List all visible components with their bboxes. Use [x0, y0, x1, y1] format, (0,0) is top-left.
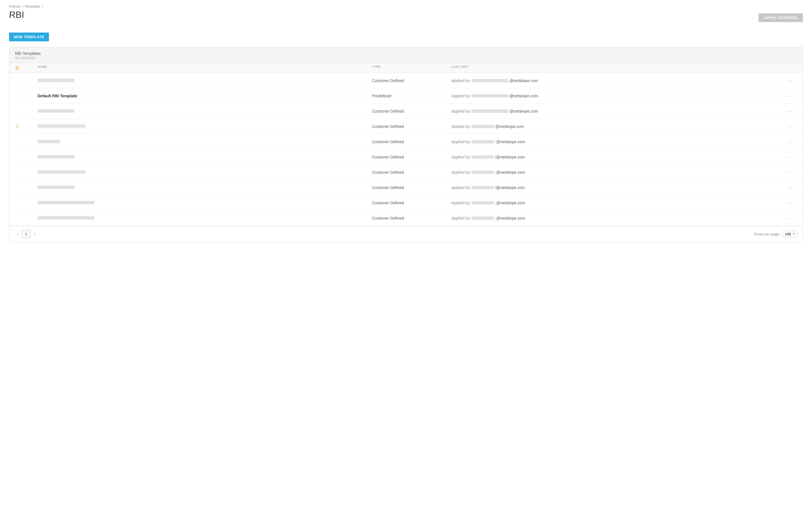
last-edit-cell: Applied by :@netskope.com [451, 140, 786, 144]
last-edit-cell: Applied by i@netskope.com [451, 185, 786, 190]
type-cell: Customer Defined [372, 124, 451, 129]
name-cell [38, 109, 372, 113]
row-more-button[interactable]: ··· [786, 200, 795, 206]
pagination-left: ‹ 1 › [15, 230, 37, 238]
table-section-subtitle: 10 CREATED [15, 56, 797, 60]
name-cell [38, 201, 372, 205]
type-cell: Customer Defined [372, 140, 451, 144]
name-cell [38, 78, 372, 83]
last-edit-cell: Applied by i@netskope.com [451, 155, 786, 159]
header-row: RBI APPLY CHANGES [9, 10, 803, 26]
col-header-type: TYPE [372, 65, 451, 70]
last-edit-cell: Applied by @netskope.com [451, 94, 786, 98]
type-cell: Customer Defined [372, 109, 451, 113]
actions-cell[interactable]: ··· [786, 169, 797, 175]
warning-header-icon: ⚠ [15, 65, 19, 70]
last-edit-cell: Applied by ;@netskope.com [451, 201, 786, 205]
col-header-actions [786, 65, 797, 70]
col-header-last-edit: LAST EDIT [451, 65, 786, 70]
name-cell [38, 124, 372, 129]
table-row: Customer Defined Applied by :@netskope.c… [9, 210, 803, 226]
prev-page-button[interactable]: ‹ [15, 231, 20, 237]
name-cell [38, 216, 372, 220]
name-cell: Default RBI Template [38, 94, 372, 98]
table-row: Customer Defined Applied by ;@netskope.c… [9, 165, 803, 180]
page-container: Policies > Templates > RBI APPLY CHANGES… [0, 0, 812, 251]
name-cell [38, 140, 372, 144]
name-cell [38, 155, 372, 159]
templates-table: RBI Templates 10 CREATED ⚠ NAME TYPE LAS… [9, 47, 803, 242]
column-headers: ⚠ NAME TYPE LAST EDIT [9, 63, 803, 73]
name-cell [38, 170, 372, 175]
actions-cell[interactable]: ··· [786, 108, 797, 114]
page-title: RBI [9, 10, 24, 20]
type-cell: Customer Defined [372, 155, 451, 159]
pagination-right: Rows per page: 25 50 100 [754, 231, 797, 237]
type-cell: Customer Defined [372, 78, 451, 83]
rows-per-page-label: Rows per page: [754, 232, 780, 236]
table-row: Customer Defined Applied by i@netskope.c… [9, 149, 803, 165]
type-cell: Predefined [372, 94, 451, 98]
type-cell: Customer Defined [372, 216, 451, 220]
table-row: Default RBI Template Predefined Applied … [9, 88, 803, 104]
row-more-button[interactable]: ··· [786, 123, 795, 130]
table-row: Customer Defined Applied by :@netskope.c… [9, 134, 803, 149]
row-more-button[interactable]: ··· [786, 139, 795, 145]
table-row: ⚠ Customer Defined Applied by @netskope.… [9, 119, 803, 134]
warning-cell: ⚠ [15, 124, 38, 129]
pagination: ‹ 1 › Rows per page: 25 50 100 [9, 226, 803, 242]
breadcrumb-policies[interactable]: Policies [9, 4, 21, 8]
apply-changes-button[interactable]: APPLY CHANGES [758, 13, 803, 22]
rows-per-page-select[interactable]: 25 50 100 [782, 231, 797, 237]
actions-cell[interactable]: ··· [786, 78, 797, 84]
table-section-header: RBI Templates 10 CREATED [9, 47, 803, 63]
actions-cell[interactable]: ··· [786, 215, 797, 221]
breadcrumb-templates[interactable]: Templates [25, 4, 40, 8]
type-cell: Customer Defined [372, 170, 451, 175]
type-cell: Customer Defined [372, 185, 451, 190]
name-cell [38, 185, 372, 190]
row-more-button[interactable]: ··· [786, 215, 795, 221]
actions-cell[interactable]: ··· [786, 154, 797, 160]
col-header-name: NAME [38, 65, 372, 70]
table-row: Customer Defined Applied by i@netskope.c… [9, 180, 803, 195]
new-template-button[interactable]: NEW TEMPLATE [9, 32, 49, 41]
row-more-button[interactable]: ··· [786, 93, 795, 99]
actions-cell[interactable]: ··· [786, 139, 797, 145]
table-row: Customer Defined Applied by ;@netskope.c… [9, 195, 803, 210]
page-1-button[interactable]: 1 [22, 230, 30, 238]
next-page-button[interactable]: › [32, 231, 37, 237]
table-row: Customer Defined Applied by @netskope.co… [9, 73, 803, 88]
actions-cell[interactable]: ··· [786, 93, 797, 99]
actions-cell[interactable]: ··· [786, 200, 797, 206]
last-edit-cell: Applied by @netskope.com [451, 78, 786, 83]
last-edit-cell: Applied by @netskope.com [451, 109, 786, 113]
row-more-button[interactable]: ··· [786, 154, 795, 160]
last-edit-cell: Applied by :@netskope.com [451, 216, 786, 220]
col-header-warning: ⚠ [15, 65, 38, 70]
actions-cell[interactable]: ··· [786, 184, 797, 191]
actions-cell[interactable]: ··· [786, 123, 797, 130]
row-more-button[interactable]: ··· [786, 184, 795, 191]
warning-icon: ⚠ [15, 124, 19, 129]
last-edit-cell: Applied by ;@netskope.com [451, 170, 786, 175]
row-more-button[interactable]: ··· [786, 108, 795, 114]
row-more-button[interactable]: ··· [786, 169, 795, 175]
last-edit-cell: Applied by @netskope.com [451, 124, 786, 129]
breadcrumb: Policies > Templates > [9, 4, 803, 8]
type-cell: Customer Defined [372, 201, 451, 205]
table-row: Customer Defined Applied by @netskope.co… [9, 104, 803, 119]
table-section-title: RBI Templates [15, 51, 797, 56]
row-more-button[interactable]: ··· [786, 78, 795, 84]
